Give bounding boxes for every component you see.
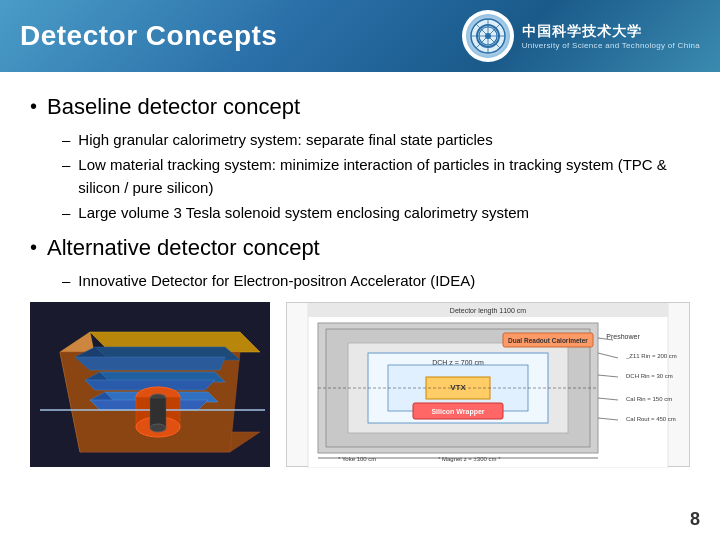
baseline-label: Baseline detector concept xyxy=(47,92,300,123)
slide: Detector Concepts 中国科学技术 xyxy=(0,0,720,540)
svg-text:* Yoke 100 cm: * Yoke 100 cm xyxy=(338,456,376,462)
detector-schematic-svg: Detector length 1100 cm DCH z = 700 cm xyxy=(287,303,689,468)
svg-text:_Z11 Rin = 200 cm: _Z11 Rin = 200 cm xyxy=(625,353,677,359)
sub-bullets-alternative: – Innovative Detector for Electron-posit… xyxy=(62,270,690,293)
bullet-dot-1: • xyxy=(30,92,37,120)
university-english-name: University of Science and Technology of … xyxy=(522,41,700,50)
main-bullet-alternative: • Alternative detector concept xyxy=(30,233,690,264)
logo-inner xyxy=(466,14,510,58)
svg-marker-14 xyxy=(75,357,225,370)
logo-text: 中国科学技术大学 University of Science and Techn… xyxy=(522,23,700,50)
svg-text:* Magnet z = ±300 cm *: * Magnet z = ±300 cm * xyxy=(438,456,501,462)
main-content: • Baseline detector concept – High granu… xyxy=(0,72,720,477)
university-logo: 中国科学技术大学 University of Science and Techn… xyxy=(462,10,700,62)
sub-bullet-text-3: Large volume 3 Tesla solenoid system enc… xyxy=(78,202,529,225)
svg-line-5 xyxy=(476,24,500,48)
dash-3: – xyxy=(62,202,70,225)
bullet-section-alternative: • Alternative detector concept – Innovat… xyxy=(30,233,690,292)
svg-text:Preshower: Preshower xyxy=(606,333,640,340)
sub-bullet-3: – Large volume 3 Tesla solenoid system e… xyxy=(62,202,690,225)
dash-1: – xyxy=(62,129,70,152)
svg-rect-25 xyxy=(150,398,166,428)
svg-text:VTX: VTX xyxy=(450,383,466,392)
page-number: 8 xyxy=(690,509,700,530)
svg-point-1 xyxy=(479,27,497,45)
svg-text:DCH Rin = 30 cm: DCH Rin = 30 cm xyxy=(626,373,673,379)
detector-schematic-image: Detector length 1100 cm DCH z = 700 cm xyxy=(286,302,690,467)
sub-bullet-1: – High granular calorimetry system: sepa… xyxy=(62,129,690,152)
svg-point-26 xyxy=(150,424,166,432)
bullet-dot-2: • xyxy=(30,233,37,261)
logo-circle xyxy=(462,10,514,62)
university-chinese-name: 中国科学技术大学 xyxy=(522,23,700,41)
svg-text:Dual Readout Calorimeter: Dual Readout Calorimeter xyxy=(508,337,588,344)
sub-bullet-text-idea: Innovative Detector for Electron-positro… xyxy=(78,270,475,293)
sub-bullet-text-2: Low material tracking system: minimize i… xyxy=(78,154,690,199)
sub-bullet-text-1: High granular calorimetry system: separa… xyxy=(78,129,492,152)
sub-bullet-idea: – Innovative Detector for Electron-posit… xyxy=(62,270,690,293)
slide-title: Detector Concepts xyxy=(20,20,277,52)
detector-3d-svg xyxy=(30,302,270,467)
sub-bullet-2: – Low material tracking system: minimize… xyxy=(62,154,690,199)
svg-point-2 xyxy=(485,33,491,39)
svg-text:Detector length 1100 cm: Detector length 1100 cm xyxy=(450,307,526,315)
sub-bullets-baseline: – High granular calorimetry system: sepa… xyxy=(62,129,690,225)
dash-idea: – xyxy=(62,270,70,293)
main-bullet-baseline: • Baseline detector concept xyxy=(30,92,690,123)
svg-text:Silicon Wrapper: Silicon Wrapper xyxy=(431,408,484,416)
header: Detector Concepts 中国科学技术 xyxy=(0,0,720,72)
dash-2: – xyxy=(62,154,70,177)
svg-text:Cal Rout = 450 cm: Cal Rout = 450 cm xyxy=(626,416,676,422)
detector-3d-image xyxy=(30,302,270,467)
images-row: Detector length 1100 cm DCH z = 700 cm xyxy=(30,302,690,467)
alternative-label: Alternative detector concept xyxy=(47,233,320,264)
svg-line-6 xyxy=(476,24,500,48)
svg-text:Cal Rin = 150 cm: Cal Rin = 150 cm xyxy=(626,396,672,402)
crest-svg xyxy=(469,17,507,55)
bullet-section-baseline: • Baseline detector concept – High granu… xyxy=(30,92,690,225)
